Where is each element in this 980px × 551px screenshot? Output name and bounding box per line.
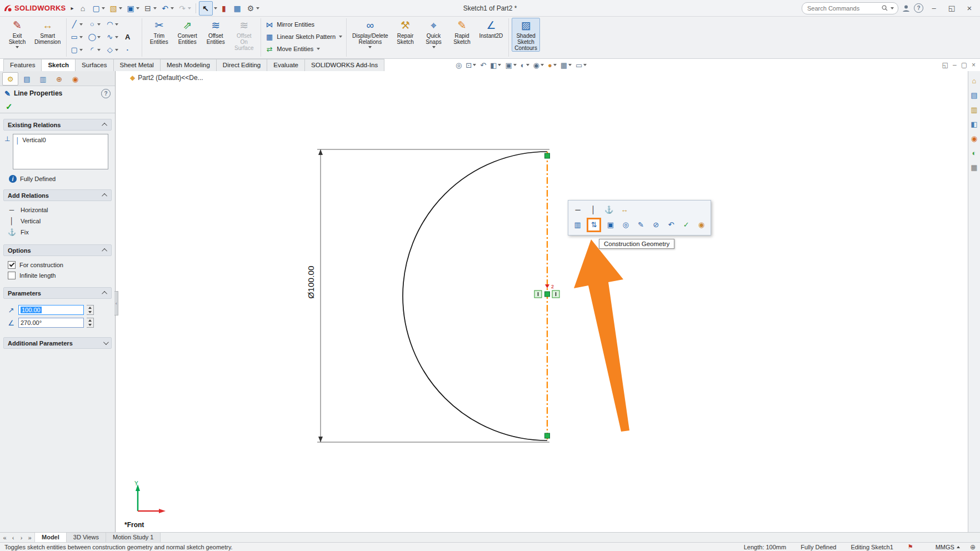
tab-sketch[interactable]: Sketch [41, 59, 76, 71]
zoom-to-selection-button[interactable]: ◎ [620, 219, 632, 231]
exit-sketch-button[interactable]: ✎ Exit Sketch [3, 18, 31, 49]
panel-help-icon[interactable]: ? [101, 89, 111, 98]
add-relations-header[interactable]: Add Relations [3, 189, 112, 201]
hide-show-items-button[interactable]: ◉ [533, 61, 544, 69]
make-fixed-button[interactable]: ⚓ [603, 204, 615, 216]
endpoint-handle-bottom[interactable] [545, 433, 550, 438]
accept-context-button[interactable]: ✓ [681, 219, 692, 231]
isolate-button[interactable]: ⊘ [650, 219, 662, 231]
sketch-text-context-button[interactable]: ▣ [604, 219, 616, 231]
repair-sketch-button[interactable]: ⚒ Repair Sketch [392, 18, 419, 46]
last-tab-icon[interactable]: » [27, 534, 33, 541]
sketch-arc[interactable] [403, 152, 547, 440]
quick-snaps-button[interactable]: ⌖ Quick Snaps [420, 18, 448, 49]
units-selector[interactable]: MMGS [936, 544, 960, 550]
edit-sketch-context-button[interactable]: ✎ [635, 219, 647, 231]
make-vertical-button[interactable]: │ [587, 204, 599, 216]
select-caret-icon[interactable] [214, 7, 217, 9]
rectangle-tool-button[interactable]: ▭ [69, 33, 86, 41]
for-construction-checkbox[interactable] [8, 261, 16, 269]
undo-button[interactable]: ↶ [159, 2, 176, 15]
feature-manager-tab[interactable]: ▤ [19, 73, 34, 85]
for-construction-option[interactable]: For construction [4, 259, 111, 270]
move-entities-button[interactable]: ⇄ Move Entities [265, 43, 342, 54]
arc-tool-button[interactable]: ◠ [105, 20, 121, 28]
solidworks-resources-icon[interactable]: ⌂ [972, 77, 977, 85]
view-settings-button[interactable]: ▭ [576, 61, 587, 69]
custom-properties-icon[interactable]: ◐ [972, 149, 977, 157]
tab-features[interactable]: Features [3, 59, 42, 71]
ok-checkmark-button[interactable]: ✓ [6, 102, 13, 112]
line-tool-button[interactable]: ╱ [69, 20, 86, 28]
search-commands-box[interactable] [802, 2, 898, 14]
infinite-length-checkbox[interactable] [8, 272, 16, 279]
point-tool-button[interactable]: · [123, 46, 139, 54]
doc-restore-icon[interactable]: ◱ [942, 61, 948, 69]
add-vertical-relation-button[interactable]: │ Vertical [4, 216, 111, 227]
undo-context-button[interactable]: ↶ [665, 219, 677, 231]
prev-tab-icon[interactable]: ‹ [10, 534, 16, 541]
globe-status-icon[interactable]: ⊕ [970, 543, 976, 551]
appearances-scenes-icon[interactable]: ◉ [971, 134, 977, 143]
angle-spinner[interactable] [87, 318, 94, 328]
smart-dimension-button[interactable]: ↔ Smart Dimension [32, 18, 63, 46]
display-style-button[interactable]: ◐ [521, 61, 529, 69]
relation-list-item[interactable]: │ Vertical0 [16, 136, 106, 144]
user-account-icon[interactable] [902, 4, 911, 13]
forum-icon[interactable]: ▦ [971, 163, 977, 172]
text-tool-button[interactable]: A [123, 33, 139, 41]
next-tab-icon[interactable]: › [18, 534, 24, 541]
new-document-button[interactable]: ▢ [90, 2, 107, 15]
convert-entities-button[interactable]: ⇗ Convert Entities [173, 18, 201, 46]
ellipse-tool-button[interactable]: ◯ [87, 33, 103, 41]
plane-tool-button[interactable]: ◇ [105, 46, 121, 54]
doc-close-icon[interactable]: × [972, 61, 976, 69]
linear-sketch-pattern-button[interactable]: ▦ Linear Sketch Pattern [265, 31, 342, 42]
dimxpert-manager-tab[interactable]: ⊕ [52, 73, 67, 85]
add-horizontal-relation-button[interactable]: ─ Horizontal [4, 204, 111, 216]
menu-expand-icon[interactable]: ▸ [71, 5, 74, 11]
rebuild-button[interactable]: ▮ [218, 2, 231, 15]
add-fix-relation-button[interactable]: ⚓ Fix [4, 227, 111, 238]
additional-parameters-header[interactable]: Additional Parameters [3, 337, 112, 349]
tab-sheet-metal[interactable]: Sheet Metal [113, 59, 161, 71]
display-delete-relations-button[interactable]: ∞ Display/Delete Relations [349, 18, 391, 49]
doc-maximize-icon[interactable]: ▢ [961, 61, 967, 69]
save-button[interactable]: ▣ [124, 2, 141, 15]
apply-scene-button[interactable]: ▦ [561, 61, 572, 69]
construction-geometry-button[interactable]: ⇅ [587, 218, 601, 232]
select-other-button[interactable]: ▥ [572, 219, 583, 231]
panes-button[interactable]: ▦ [231, 2, 244, 15]
offset-entities-button[interactable]: ≋ Offset Entities [202, 18, 229, 46]
window-close-button[interactable]: × [962, 2, 977, 15]
tab-direct-editing[interactable]: Direct Editing [216, 59, 267, 71]
zoom-to-area-button[interactable]: ⊡ [466, 61, 476, 69]
appearance-context-button[interactable]: ◉ [696, 219, 707, 231]
shaded-sketch-contours-button[interactable]: ▨ Shaded Sketch Contours [512, 18, 540, 52]
home-button[interactable]: ⌂ [77, 2, 89, 15]
options-button[interactable]: ⚙ [244, 2, 261, 15]
help-icon[interactable]: ? [914, 3, 923, 13]
section-view-button[interactable]: ◧ [490, 61, 501, 69]
infinite-length-option[interactable]: Infinite length [4, 270, 111, 280]
select-button[interactable]: ↖ [199, 1, 213, 16]
length-spinner[interactable] [87, 305, 94, 315]
parameters-header[interactable]: Parameters [3, 287, 112, 299]
rapid-sketch-button[interactable]: ✎ Rapid Sketch [448, 18, 476, 46]
tab-evaluate[interactable]: Evaluate [267, 59, 305, 71]
design-library-icon[interactable]: ▤ [971, 91, 977, 99]
options-header[interactable]: Options [3, 244, 112, 256]
graphics-area[interactable]: ◆ Part2 (Default)<<De... Ø100.00 [116, 71, 968, 532]
search-caret-icon[interactable] [891, 7, 894, 9]
spline-tool-button[interactable]: ∿ [105, 33, 121, 41]
edit-appearance-button[interactable]: ● [548, 61, 557, 69]
existing-relations-listbox[interactable]: │ Vertical0 [13, 134, 108, 169]
window-restore-button[interactable]: ◱ [944, 2, 959, 15]
file-explorer-icon[interactable]: ▥ [971, 106, 977, 114]
first-tab-icon[interactable]: « [2, 534, 8, 541]
tab-motion-study[interactable]: Motion Study 1 [106, 533, 161, 542]
previous-view-button[interactable]: ↶ [480, 61, 486, 69]
angle-input[interactable]: 270.00° [18, 318, 84, 328]
endpoint-handle-top[interactable] [545, 153, 550, 158]
trim-entities-button[interactable]: ✂ Trim Entities [145, 18, 173, 46]
